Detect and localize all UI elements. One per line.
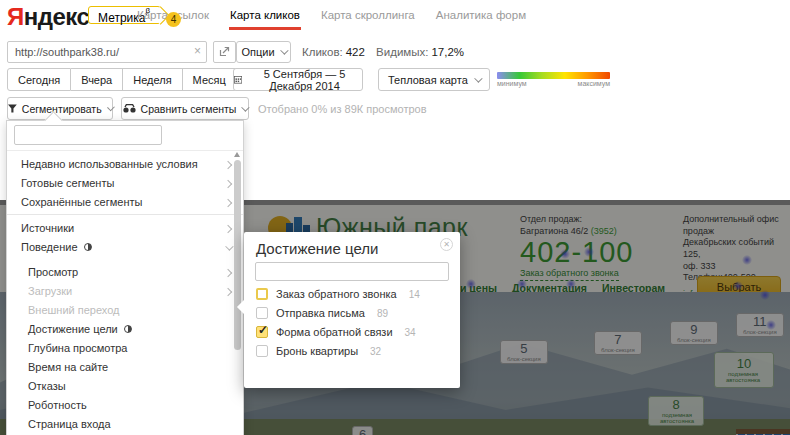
period-button[interactable]: Месяц <box>183 68 237 91</box>
menu-item-label: Роботность <box>28 399 87 411</box>
chevron-right-icon <box>224 288 232 296</box>
segment-dropdown-panel: Недавно использованные условияГотовые се… <box>6 120 244 435</box>
segment-search-input[interactable] <box>14 125 162 145</box>
goal-option-label: Форма обратной связи <box>276 326 393 338</box>
clicks-label: Кликов: <box>302 46 343 58</box>
nav-tabs: Карта ссылокКарта кликовКарта скроллинга… <box>137 0 526 30</box>
segment-menu-item[interactable]: Сохранённые сегменты <box>7 192 243 211</box>
segment-menu-item[interactable]: Загрузки <box>7 281 243 300</box>
goal-popup-title: Достижение цели <box>256 240 378 257</box>
checkbox[interactable] <box>256 307 268 319</box>
clickmap-stats: Кликов:422 Видимых:17,2% <box>302 46 464 58</box>
checkbox-checked[interactable]: ✓ <box>256 326 268 338</box>
goal-search-input[interactable] <box>255 262 449 281</box>
close-icon[interactable]: ✕ <box>440 238 453 251</box>
tab-карта-кликов[interactable]: Карта кликов <box>230 9 300 30</box>
menu-item-label: Время на сайте <box>28 361 108 373</box>
chevron-down-icon <box>280 46 288 54</box>
segment-button[interactable]: Сегментировать <box>7 97 113 120</box>
checkbox[interactable] <box>256 288 268 300</box>
visible-label: Видимых: <box>376 46 428 58</box>
app-header: Яндекс Метрикаβ Карта ссылокКарта кликов… <box>0 0 790 31</box>
segment-menu-item[interactable]: Глубина просмотра <box>7 338 243 357</box>
goal-option[interactable]: ✓Форма обратной связи34 <box>256 326 452 338</box>
menu-item-label: Глубина просмотра <box>28 342 127 354</box>
visibility-icon <box>124 325 132 333</box>
period-button[interactable]: Сегодня <box>7 68 71 91</box>
menu-item-label: Источники <box>21 222 74 234</box>
date-range-label: 5 Сентября — 5 Декабря 2014 <box>247 68 362 92</box>
chevron-right-icon <box>224 269 232 277</box>
segment-menu-item[interactable]: Достижение цели <box>7 319 243 338</box>
segment-button-label: Сегментировать <box>22 103 102 115</box>
scroll-up-icon[interactable] <box>234 152 240 157</box>
menu-item-label: Внешний переход <box>28 304 120 316</box>
menu-item-label: Просмотр <box>28 266 78 278</box>
chevron-right-icon <box>224 161 232 169</box>
goal-option[interactable]: Бронь квартиры32 <box>256 345 452 357</box>
segment-menu-item[interactable]: Роботность <box>7 395 243 414</box>
heatmap-mode-select[interactable]: Тепловая карта <box>378 68 490 91</box>
date-range-button[interactable]: 5 Сентября — 5 Декабря 2014 <box>233 68 363 91</box>
selection-info: Отобрано 0% из 89К просмотров <box>258 103 427 115</box>
goal-popup: Достижение цели ✕ Заказ обратного звонка… <box>244 232 460 388</box>
chevron-right-icon <box>224 180 232 188</box>
menu-item-label: Отказы <box>28 380 66 392</box>
legend-min-label: минимум <box>497 80 527 87</box>
segment-menu-item[interactable]: Время на сайте <box>7 357 243 376</box>
goal-option-count: 32 <box>370 346 381 357</box>
goal-option[interactable]: Отправка письма89 <box>256 307 452 319</box>
calendar-icon <box>234 74 242 85</box>
goal-option-label: Бронь квартиры <box>276 345 358 357</box>
goal-option[interactable]: Заказ обратного звонка14 <box>256 288 452 300</box>
goal-option-count: 34 <box>405 327 416 338</box>
goal-option-count: 89 <box>377 308 388 319</box>
segment-menu-item[interactable]: Страница входа <box>7 414 243 433</box>
goal-options: Заказ обратного звонка14Отправка письма8… <box>256 288 452 364</box>
chevron-right-icon <box>224 199 232 207</box>
menu-scrollbar[interactable] <box>233 152 242 435</box>
check-icon: ✓ <box>258 323 268 337</box>
segment-menu-item[interactable]: Готовые сегменты <box>7 173 243 192</box>
tab-карта-скроллинга[interactable]: Карта скроллинга <box>321 9 415 30</box>
binoculars-icon <box>123 104 136 113</box>
open-site-button[interactable] <box>213 41 236 63</box>
menu-item-label: Достижение цели <box>28 323 118 335</box>
chevron-right-icon <box>224 225 232 233</box>
chevron-down-icon <box>242 103 250 111</box>
yandex-logo[interactable]: Яндекс <box>7 3 89 31</box>
segment-menu-item[interactable]: Недавно использованные условия <box>7 154 243 173</box>
clear-url-icon[interactable]: × <box>194 44 201 58</box>
segment-menu-item[interactable]: Внешний переход <box>7 300 243 319</box>
clicks-value: 422 <box>346 46 365 58</box>
logo-rest: ндекс <box>24 3 90 30</box>
period-button[interactable]: Неделя <box>123 68 182 91</box>
menu-item-label: Готовые сегменты <box>21 177 114 189</box>
menu-item-label: Сохранённые сегменты <box>21 196 142 208</box>
period-button[interactable]: Вчера <box>71 68 123 91</box>
compare-segments-button[interactable]: Сравнить сегменты <box>121 97 249 120</box>
visible-value: 17,2% <box>431 46 464 58</box>
funnel-icon <box>8 104 17 113</box>
filter-row: СегодняВчераНеделяМесяцКварталГод 5 Сент… <box>0 68 790 92</box>
menu-item-label: Загрузки <box>28 285 72 297</box>
chevron-down-icon <box>474 74 482 82</box>
segment-menu-item[interactable]: Просмотр <box>7 262 243 281</box>
menu-item-label: Страница входа <box>28 418 111 430</box>
logo-ya: Я <box>7 3 24 30</box>
legend-max-label: максимум <box>578 80 610 87</box>
segment-menu-item[interactable]: Источники <box>7 218 243 237</box>
scrollbar-thumb[interactable] <box>234 160 241 350</box>
segment-menu-item[interactable]: Отказы <box>7 376 243 395</box>
checkbox[interactable] <box>256 345 268 357</box>
compare-button-label: Сравнить сегменты <box>141 103 237 115</box>
options-button[interactable]: Опции <box>236 41 291 63</box>
goal-option-label: Заказ обратного звонка <box>276 288 397 300</box>
visibility-icon <box>84 243 92 251</box>
goal-option-count: 14 <box>409 289 420 300</box>
url-input[interactable] <box>7 41 207 63</box>
segment-menu-item[interactable]: Поведение <box>7 237 243 256</box>
compare-count-badge: 4 <box>166 12 181 27</box>
chevron-down-icon <box>107 103 115 111</box>
tab-аналитика-форм[interactable]: Аналитика форм <box>436 9 526 30</box>
